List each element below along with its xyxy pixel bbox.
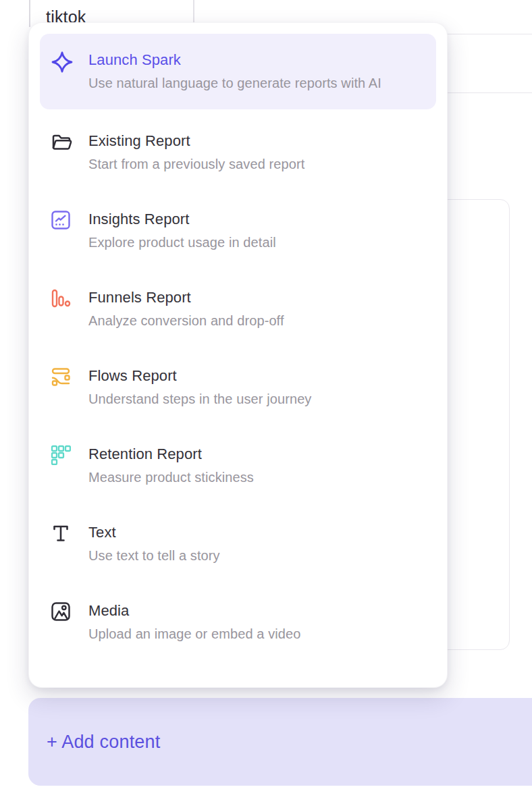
menu-item-description: Measure product stickiness — [88, 467, 421, 487]
menu-item-title: Insights Report — [88, 209, 425, 230]
menu-item-text[interactable]: Text Use text to tell a story — [40, 505, 436, 583]
table-column-divider — [29, 0, 30, 27]
table-row-divider — [439, 34, 532, 34]
menu-item-launch-spark[interactable]: Launch Spark Use natural language to gen… — [40, 34, 436, 109]
menu-item-insights-report[interactable]: Insights Report Explore product usage in… — [40, 192, 436, 270]
menu-item-title: Retention Report — [88, 444, 425, 464]
menu-item-description: Analyze conversion and drop-off — [88, 310, 421, 331]
menu-item-flows-report[interactable]: Flows Report Understand steps in the use… — [40, 348, 436, 427]
flows-path-icon — [51, 366, 74, 389]
menu-item-description: Upload an image or embed a video — [88, 624, 421, 644]
menu-item-title: Launch Spark — [88, 50, 425, 70]
spark-icon — [51, 50, 74, 73]
menu-item-title: Text — [88, 522, 425, 543]
menu-item-description: Start from a previously saved report — [88, 154, 421, 174]
add-content-button[interactable]: + Add content — [28, 698, 532, 786]
menu-item-description: Use text to tell a story — [88, 545, 421, 566]
add-content-label: + Add content — [47, 732, 161, 753]
insights-chart-icon — [51, 209, 74, 232]
menu-item-title: Flows Report — [88, 366, 425, 386]
menu-item-funnels-report[interactable]: Funnels Report Analyze conversion and dr… — [40, 270, 436, 348]
menu-item-media[interactable]: Media Upload an image or embed a video — [40, 583, 436, 662]
menu-item-retention-report[interactable]: Retention Report Measure product stickin… — [40, 427, 436, 505]
menu-item-description: Explore product usage in detail — [88, 232, 421, 252]
menu-item-title: Existing Report — [88, 131, 425, 151]
menu-item-title: Media — [88, 601, 425, 621]
funnel-bars-icon — [51, 288, 74, 310]
media-image-icon — [51, 601, 74, 624]
menu-item-existing-report[interactable]: Existing Report Start from a previously … — [40, 113, 436, 192]
table-row-divider — [439, 92, 532, 93]
menu-item-description: Understand steps in the user journey — [88, 389, 421, 409]
menu-item-title: Funnels Report — [88, 288, 425, 308]
text-serif-icon — [51, 522, 74, 545]
open-folder-icon — [51, 131, 74, 154]
add-content-menu: Launch Spark Use natural language to gen… — [28, 22, 448, 688]
retention-grid-icon — [51, 444, 74, 467]
menu-item-description: Use natural language to generate reports… — [88, 73, 421, 93]
